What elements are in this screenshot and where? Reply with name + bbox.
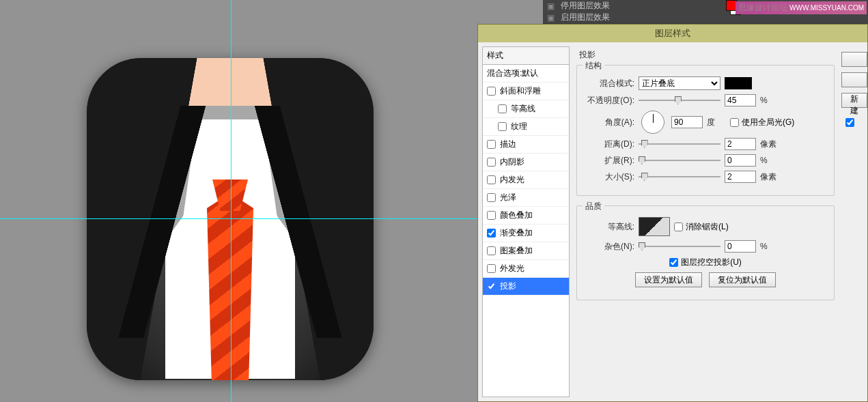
- blending-options-row[interactable]: 混合选项:默认: [483, 65, 569, 83]
- unit-percent: %: [760, 242, 779, 251]
- unit-px: 像素: [760, 171, 779, 183]
- angle-dial[interactable]: [641, 111, 664, 134]
- antialias-label: 消除锯齿(L): [686, 221, 729, 233]
- style-inner-shadow-check[interactable]: [487, 158, 496, 167]
- noise-input[interactable]: [725, 240, 756, 253]
- unit-percent: %: [760, 96, 779, 105]
- antialias-check[interactable]: [674, 222, 683, 231]
- opacity-label: 不透明度(O):: [585, 95, 634, 106]
- dialog-title[interactable]: 图层样式: [478, 25, 867, 42]
- angle-input[interactable]: [671, 116, 703, 128]
- size-slider[interactable]: [639, 172, 720, 182]
- dialog-right-column: 新建: [841, 42, 867, 401]
- opacity-slider[interactable]: [639, 96, 720, 105]
- styles-list: 样式 混合选项:默认 斜面和浮雕 等高线 纹理 描边 内阴影 内发光 光泽 颜色…: [482, 46, 570, 397]
- style-satin-check[interactable]: [487, 193, 496, 202]
- style-texture[interactable]: 纹理: [483, 118, 569, 136]
- style-stroke-check[interactable]: [487, 140, 496, 149]
- contour-picker[interactable]: [639, 217, 670, 236]
- reset-default-button[interactable]: 复位为默认值: [709, 272, 776, 287]
- spread-label: 扩展(R):: [585, 155, 634, 167]
- style-satin[interactable]: 光泽: [483, 189, 569, 207]
- spread-slider[interactable]: [639, 156, 720, 165]
- structure-legend: 结构: [583, 60, 604, 72]
- quality-group: 品质 等高线: 消除锯齿(L) 杂色(N): % 图层挖空投影(U) 设置为默认…: [576, 205, 835, 300]
- panel-title: 投影: [579, 49, 835, 61]
- set-default-button[interactable]: 设置为默认值: [635, 272, 702, 287]
- style-gradient-overlay-check[interactable]: [487, 229, 496, 238]
- drop-shadow-settings: 投影 结构 混合模式: 正片叠底 不透明度(O): % 角度(A):: [574, 42, 841, 401]
- structure-group: 结构 混合模式: 正片叠底 不透明度(O): % 角度(A): 度: [576, 65, 835, 196]
- guide-vertical[interactable]: [231, 0, 232, 402]
- preview-check[interactable]: [845, 118, 854, 127]
- menu-label: 启用图层效果: [561, 12, 610, 23]
- style-bevel[interactable]: 斜面和浮雕: [483, 83, 569, 100]
- suit-icon-artwork: [87, 58, 374, 380]
- blend-mode-select[interactable]: 正片叠底: [639, 76, 720, 90]
- unit-degree: 度: [707, 117, 726, 128]
- style-inner-shadow[interactable]: 内阴影: [483, 154, 569, 171]
- distance-label: 距离(D):: [585, 139, 634, 150]
- guide-horizontal[interactable]: [0, 218, 478, 219]
- distance-input[interactable]: [725, 138, 756, 150]
- knockout-check[interactable]: [669, 258, 678, 267]
- angle-label: 角度(A):: [585, 117, 634, 128]
- watermark: 思缘设计论坛 WWW.MISSYUAN.COM: [736, 1, 867, 14]
- blend-mode-label: 混合模式:: [585, 78, 634, 89]
- style-drop-shadow[interactable]: 投影: [483, 278, 569, 296]
- size-label: 大小(S):: [585, 171, 634, 183]
- ok-button-partial[interactable]: [841, 52, 867, 67]
- style-drop-shadow-check[interactable]: [487, 282, 496, 291]
- noise-label: 杂色(N):: [585, 241, 634, 253]
- document-canvas[interactable]: [0, 0, 478, 402]
- style-outer-glow[interactable]: 外发光: [483, 260, 569, 278]
- opacity-input[interactable]: [725, 94, 756, 106]
- noise-slider[interactable]: [639, 242, 720, 251]
- styles-header[interactable]: 样式: [483, 47, 569, 65]
- cancel-button-partial[interactable]: [841, 72, 867, 87]
- style-inner-glow-check[interactable]: [487, 175, 496, 184]
- quality-legend: 品质: [583, 201, 604, 212]
- style-bevel-check[interactable]: [487, 87, 496, 96]
- style-pattern-overlay[interactable]: 图案叠加: [483, 242, 569, 260]
- app-menu-fragment: ▣停用图层效果 ▣启用图层效果 思缘设计论坛 WWW.MISSYUAN.COM: [543, 0, 868, 24]
- use-global-light-label: 使用全局光(G): [742, 117, 794, 128]
- contour-label: 等高线:: [585, 221, 634, 233]
- style-pattern-overlay-check[interactable]: [487, 246, 496, 255]
- style-gradient-overlay[interactable]: 渐变叠加: [483, 225, 569, 242]
- use-global-light-check[interactable]: [730, 118, 739, 127]
- style-outer-glow-check[interactable]: [487, 264, 496, 273]
- layer-style-dialog: 图层样式 样式 混合选项:默认 斜面和浮雕 等高线 纹理 描边 内阴影 内发光 …: [477, 24, 868, 402]
- style-inner-glow[interactable]: 内发光: [483, 171, 569, 189]
- unit-percent: %: [760, 156, 779, 165]
- new-style-button[interactable]: 新建: [841, 93, 867, 108]
- style-color-overlay-check[interactable]: [487, 211, 496, 220]
- shadow-color-chip[interactable]: [725, 77, 752, 89]
- style-contour[interactable]: 等高线: [483, 100, 569, 118]
- style-contour-check[interactable]: [498, 104, 507, 113]
- menu-label: 停用图层效果: [561, 0, 610, 12]
- spread-input[interactable]: [725, 154, 756, 167]
- knockout-label: 图层挖空投影(U): [681, 257, 742, 268]
- distance-slider[interactable]: [639, 139, 720, 149]
- size-input[interactable]: [725, 171, 756, 183]
- style-texture-check[interactable]: [498, 122, 507, 131]
- style-color-overlay[interactable]: 颜色叠加: [483, 207, 569, 225]
- style-stroke[interactable]: 描边: [483, 136, 569, 154]
- unit-px: 像素: [760, 139, 779, 150]
